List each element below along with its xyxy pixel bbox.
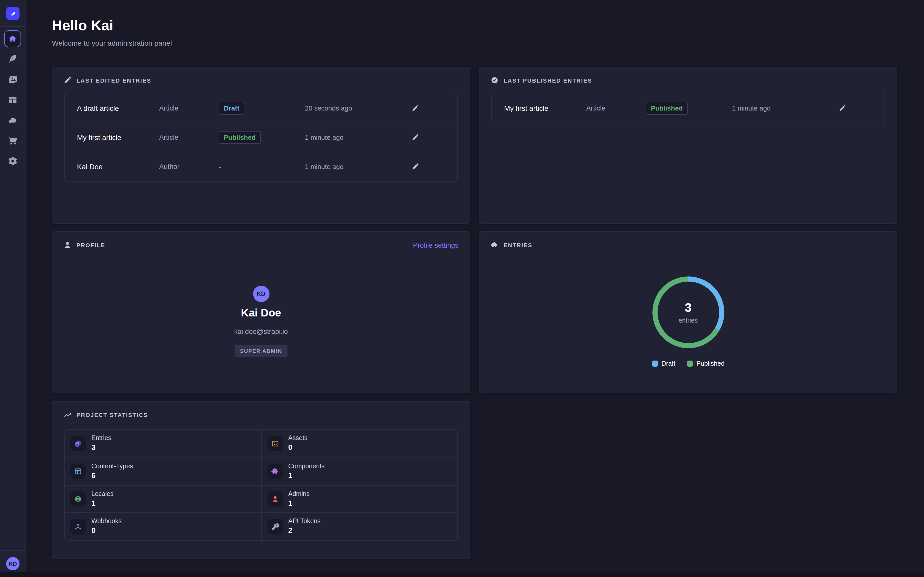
legend-label: Published [696,360,725,367]
panel-title: ENTRIES [504,242,532,248]
entry-name: My first article [504,104,549,112]
entry-name: Kai Doe [77,163,103,171]
layout-icon [70,464,86,479]
legend-chip-published [687,361,693,367]
entry-time: 1 minute ago [305,163,343,171]
project-statistics-panel: PROJECT STATISTICS Entries 3 Assets 0 [52,401,470,559]
user-icon [267,492,283,507]
stat-label: Assets [288,434,307,442]
images-icon [8,74,18,85]
entry-time: 1 minute ago [305,134,343,141]
entry-name: My first article [77,133,121,142]
stat-value: 2 [288,527,292,535]
stat-label: Locales [91,490,113,497]
puzzle-icon [491,241,498,249]
panel-title: LAST PUBLISHED ENTRIES [504,77,592,83]
sidebar-item-content-manager[interactable] [8,54,18,64]
last-published-entries-panel: LAST PUBLISHED ENTRIES My first article … [479,67,897,224]
entries-donut-center: 3 entries [657,282,719,343]
cloud-icon [8,115,18,126]
stat-assets: Assets 0 [261,430,457,458]
edit-entry-button[interactable] [412,104,420,112]
image-icon [267,436,283,451]
table-row: My first article Article Published 1 min… [492,93,884,122]
legend-label: Draft [661,360,675,367]
edit-entry-button[interactable] [412,133,420,142]
sidebar-item-content-type-builder[interactable] [8,95,18,105]
entry-time: 20 seconds ago [305,104,352,112]
documents-icon [70,436,86,451]
entries-header: ENTRIES [491,241,532,249]
stat-label: Admins [288,490,310,497]
last-edited-entries-panel: LAST EDITED ENTRIES A draft article Arti… [52,67,470,224]
profile-name: Kai Doe [52,307,470,319]
sidebar-item-settings[interactable] [8,156,18,166]
stat-label: Components [288,463,325,470]
check-circle-icon [491,76,498,84]
project-statistics-header: PROJECT STATISTICS [64,411,148,419]
sidebar-item-marketplace[interactable] [8,135,18,146]
stat-label: Webhooks [91,518,122,525]
screen-bottom-edge [0,572,924,577]
cart-icon [8,135,18,146]
puzzle-icon [267,464,283,479]
last-edited-table: A draft article Article Draft 20 seconds… [64,93,458,182]
sidebar-item-deploy[interactable] [8,115,18,126]
stat-api-tokens: API Tokens 2 [261,513,457,540]
edit-entry-button[interactable] [839,104,847,112]
pencil-icon [412,134,419,141]
entries-panel: ENTRIES 3 entries Draft Published [479,231,897,393]
table-row: Kai Doe Author - 1 minute ago [65,152,457,181]
stat-components: Components 1 [261,458,457,485]
page-subtitle: Welcome to your administration panel [52,39,172,47]
entries-donut: 3 entries [652,276,724,348]
profile-panel: PROFILE Profile settings KD Kai Doe kai.… [52,231,470,393]
table-row: My first article Article Published 1 min… [65,122,457,152]
edit-entry-button[interactable] [412,163,420,171]
stat-label: Content-Types [91,463,133,470]
entry-type: Article [586,104,606,112]
status-badge: Draft [219,102,245,114]
legend-chip-draft [652,361,658,367]
person-icon [64,241,71,249]
entry-time: 1 minute ago [732,104,771,112]
stat-value: 1 [288,471,292,480]
stat-webhooks: Webhooks 0 [65,513,261,540]
strapi-admin-dashboard: KD Hello Kai Welcome to your administrat… [0,0,924,577]
pencil-icon [412,105,419,111]
strapi-logo[interactable] [6,6,19,20]
last-published-table: My first article Article Published 1 min… [491,93,885,123]
status-empty: - [219,163,221,171]
last-published-entries-header: LAST PUBLISHED ENTRIES [491,76,592,84]
stat-value: 1 [288,499,292,507]
stat-label: Entries [91,434,111,442]
panel-title: PROJECT STATISTICS [76,412,148,418]
entry-name: A draft article [77,104,119,112]
sidebar: KD [0,0,26,577]
pencil-icon [64,76,71,84]
profile-settings-link[interactable]: Profile settings [413,242,459,249]
feather-icon [8,54,18,64]
profile-email: kai.doe@strapi.io [52,328,470,335]
sidebar-divider-top [0,26,25,27]
entries-legend: Draft Published [480,360,897,367]
layout-icon [8,95,18,105]
globe-icon [70,492,86,507]
entries-total: 3 [685,301,692,315]
home-icon [8,34,17,43]
status-badge: Published [219,131,261,144]
sidebar-item-home[interactable] [4,30,21,47]
stat-value: 3 [91,443,95,451]
stat-content-types: Content-Types 6 [65,458,261,485]
status-badge: Published [646,102,688,114]
role-badge: SUPER ADMIN [234,345,288,357]
stat-value: 1 [91,499,95,507]
stat-label: API Tokens [288,518,321,525]
user-avatar[interactable]: KD [6,557,19,571]
last-edited-entries-header: LAST EDITED ENTRIES [64,76,151,84]
trending-up-icon [64,411,71,419]
entry-type: Author [159,163,180,171]
sidebar-item-media-library[interactable] [8,74,18,85]
stat-value: 0 [91,527,95,535]
stat-value: 6 [91,471,95,480]
